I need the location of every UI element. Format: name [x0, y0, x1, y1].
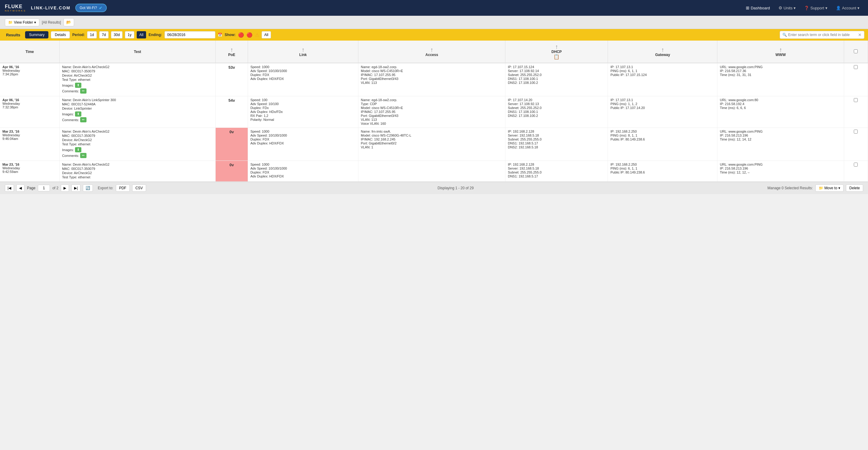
row2-time: Apr 06, '16 Wednesday 7:32:38pm: [0, 96, 60, 128]
support-label: Support: [810, 6, 824, 10]
row3-dhcp-dns2: DNS2: 192.168.5.18: [508, 145, 605, 149]
row1-upload-button[interactable]: ⬆: [75, 83, 81, 88]
export-csv-button[interactable]: CSV: [132, 185, 146, 192]
row2-test-device: Device: LinkSprinter: [62, 107, 213, 110]
row2-www-ip: IP: 216.58.192.4: [720, 102, 841, 106]
details-tab[interactable]: Details: [51, 31, 70, 38]
row4-dhcp-ip: IP: 192.168.2.128: [508, 163, 605, 166]
row3-comments-row: Comments: ✏: [62, 153, 213, 158]
row1-comments-label: Comments:: [62, 89, 79, 93]
row2-dhcp: IP: 17.107.14.20 Server: 17.108.92.13 Su…: [505, 96, 608, 128]
units-chevron-icon: ▾: [794, 6, 796, 10]
row4-time-weekday: Wednesday: [2, 166, 57, 170]
table-row: Mar 23, '16 Wednesday 9:46:04am Name: De…: [0, 128, 868, 161]
row3-access-model: Model: cisco WS-C2960G-48TC-L: [361, 134, 503, 137]
first-page-button[interactable]: |◀: [5, 185, 14, 192]
row3-upload-button[interactable]: ⬆: [75, 147, 81, 152]
delete-button[interactable]: Delete: [846, 185, 863, 192]
folder-move-icon: 📁: [819, 186, 823, 190]
period-all-button[interactable]: All: [137, 31, 146, 38]
row1-images-row: Images: ⬆: [62, 83, 213, 88]
period-7d-button[interactable]: 7d: [99, 31, 108, 38]
row3-link-speed: Speed: 1000: [250, 130, 356, 133]
row1-time-clock: 7:34:26pm: [2, 73, 57, 76]
col-header-test: Test: [60, 40, 216, 63]
row1-link-adv-speed: Adv Speed: 10/100/1000: [250, 69, 356, 73]
new-folder-button[interactable]: 📂: [63, 18, 74, 26]
row3-edit-button[interactable]: ✏: [80, 153, 87, 158]
nav-dashboard[interactable]: ⊞ Dashboard: [742, 4, 774, 12]
row2-upload-button[interactable]: ⬆: [75, 111, 81, 117]
row4-link-adv-speed: Adv Speed: 10/100/1000: [250, 167, 356, 170]
calendar-icon[interactable]: 📅: [218, 33, 222, 37]
dhcp-arrow-icon: ↑: [555, 44, 558, 50]
row1-edit-button[interactable]: ✏: [80, 88, 87, 93]
error-status-icon[interactable]: 🔴: [238, 32, 244, 38]
site-name: LINK-LIVE.COM: [31, 5, 70, 10]
row2-link-duplex: Duplex: FDx: [250, 106, 356, 110]
row3-comments-label: Comments:: [62, 154, 79, 158]
summary-tab[interactable]: Summary: [25, 31, 49, 38]
row1-checkbox[interactable]: [854, 65, 858, 69]
row4-test: Name: Devin Akin's AirCheckG2 MAC: 00C01…: [60, 161, 216, 182]
row3-time-date: Mar 23, '16: [2, 130, 57, 133]
warning-status-icon[interactable]: 🔴: [247, 32, 252, 38]
row2-link-speed: Speed: 100: [250, 98, 356, 102]
select-all-checkbox[interactable]: [854, 49, 858, 53]
row3-www-ip: IP: 216.58.213.196: [720, 134, 841, 137]
row2-www: URL: www.google.com:80 IP: 216.58.192.4 …: [717, 96, 844, 128]
export-pdf-button[interactable]: PDF: [116, 185, 130, 192]
col-header-gateway: ↑ Gateway: [608, 40, 717, 63]
row2-time-weekday: Wednesday: [2, 102, 57, 105]
nav-account[interactable]: 👤 Account ▾: [832, 4, 863, 12]
view-folder-button[interactable]: 📁 View Folder ▾: [5, 19, 39, 26]
link-arrow-icon: ↑: [302, 47, 305, 53]
row2-gateway-ip: IP: 17.107.13.1: [610, 98, 715, 102]
row1-dhcp-ip: IP: 17.107.15.124: [508, 65, 605, 69]
all-results-label: [All Results]: [42, 20, 61, 25]
page-number-input[interactable]: [38, 185, 50, 191]
refresh-button[interactable]: 🔄: [83, 185, 93, 192]
row4-checkbox[interactable]: [854, 163, 858, 167]
row3-dhcp-subnet: Subnet: 255.255.255.0: [508, 138, 605, 141]
next-page-button[interactable]: ▶: [61, 185, 69, 192]
row2-dhcp-dns2: DNS2: 17.108.100.2: [508, 114, 605, 117]
move-to-button[interactable]: 📁 Move to ▾: [815, 185, 844, 192]
show-all-button[interactable]: All: [261, 31, 271, 38]
row3-checkbox[interactable]: [854, 130, 858, 134]
row3-www-url: URL: www.google.com:PING: [720, 130, 841, 133]
period-1y-button[interactable]: 1y: [125, 31, 134, 38]
row2-access-vlan: VLAN: 113: [361, 118, 503, 121]
row2-comments-row: Comments: ✏: [62, 117, 213, 122]
alert-status-icon[interactable]: ⚠: [255, 32, 259, 38]
row4-dhcp: IP: 192.168.2.128 Server: 192.168.5.18 S…: [505, 161, 608, 182]
wifi-badge[interactable]: Got Wi-Fi? ✔: [75, 4, 106, 12]
search-clear-button[interactable]: ✕: [858, 32, 862, 37]
col-header-access: ↑ Access: [359, 40, 505, 63]
period-1d-button[interactable]: 1d: [87, 31, 96, 38]
row1-gateway: IP: 17.107.13.1 PING (ms): 6, 1, 1 Publi…: [608, 63, 717, 96]
row3-time-weekday: Wednesday: [2, 133, 57, 137]
row2-gateway: IP: 17.107.13.1 PING (ms): 1, 1, 2 Publi…: [608, 96, 717, 128]
period-30d-button[interactable]: 30d: [111, 31, 123, 38]
row2-comments-label: Comments:: [62, 118, 79, 122]
row3-link: Speed: 1000 Adv Speed: 10/100/1000 Duple…: [248, 128, 358, 161]
logo-area: FLUKE networks LINK-LIVE.COM: [5, 4, 70, 12]
row2-edit-button[interactable]: ✏: [80, 117, 87, 122]
row2-access-name: Name: egd-18-sw2.corp.: [361, 98, 503, 102]
row2-checkbox[interactable]: [854, 98, 858, 102]
row4-gateway-public: Public IP: 80.149.238.6: [610, 170, 715, 174]
nav-units[interactable]: ⚙ Units ▾: [775, 4, 800, 12]
row3-test-type: Test Type: ethernet: [62, 142, 213, 146]
results-bar: Results Summary Details Period: 1d 7d 30…: [0, 29, 868, 40]
prev-page-button[interactable]: ◀: [16, 185, 25, 192]
displaying-text: Displaying 1 - 20 of 29: [438, 186, 474, 190]
units-icon: ⚙: [778, 5, 782, 10]
row3-dhcp-dns1: DNS1: 192.168.5.17: [508, 141, 605, 145]
ending-date-input[interactable]: [164, 31, 215, 38]
row1-images-label: Images:: [62, 84, 74, 87]
nav-support[interactable]: ❓ Support ▾: [801, 4, 831, 12]
row4-test-name: Name: Devin Akin's AirCheckG2: [62, 163, 213, 166]
search-input[interactable]: [788, 33, 857, 37]
last-page-button[interactable]: ▶|: [71, 185, 81, 192]
